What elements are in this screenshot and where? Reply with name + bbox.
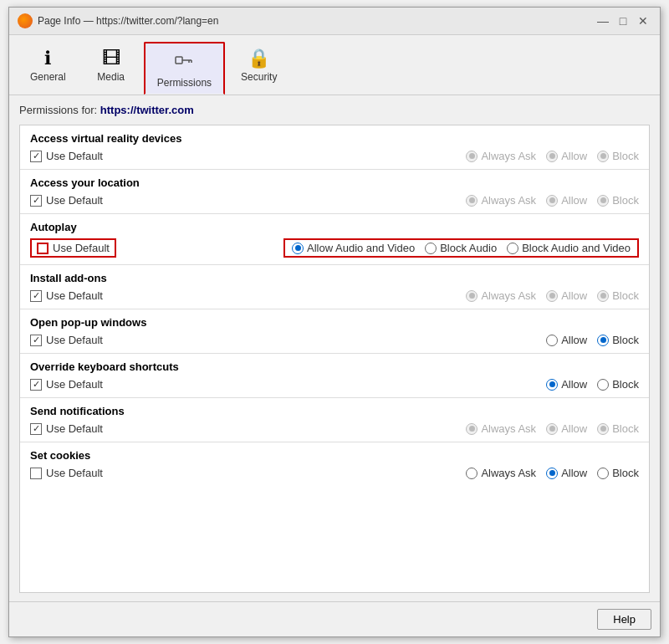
section-notifications-title: Send notifications [30,405,639,417]
section-cookies-title: Set cookies [30,449,639,462]
autoplay-use-default-checkbox[interactable] [37,243,49,254]
autoplay-block-av-option[interactable]: Block Audio and Video [507,242,631,254]
autoplay-options-highlighted: Allow Audio and Video Block Audio Block … [283,238,639,258]
section-addons-title: Install add-ons [30,272,639,284]
section-notifications-row: Use Default Always Ask Allow [30,422,639,435]
cookies-radio-group: Always Ask Allow Block [466,467,639,479]
help-button[interactable]: Help [597,609,651,630]
vr-always-ask-option[interactable]: Always Ask [466,150,536,162]
cookies-block-option[interactable]: Block [597,467,639,479]
cookies-use-default-label[interactable]: Use Default [30,467,103,479]
vr-use-default-text: Use Default [46,150,103,162]
section-autoplay: Autoplay Use Default Allow Audio and Vid… [20,214,649,265]
section-popups-title: Open pop-up windows [30,316,639,329]
section-install-addons: Install add-ons Use Default Always Ask [20,265,649,309]
vr-always-ask-radio[interactable] [466,151,477,162]
content-area: Permissions for: https://twitter.com Acc… [9,95,660,601]
location-always-ask-option[interactable]: Always Ask [466,194,536,207]
tab-security[interactable]: 🔒 Security [228,42,289,95]
permissions-for-bar: Permissions for: https://twitter.com [19,104,650,116]
section-addons-row: Use Default Always Ask Allow [30,289,639,302]
addons-block-option[interactable]: Block [597,289,639,302]
location-allow-radio[interactable] [546,195,558,207]
vr-use-default-checkbox[interactable] [30,151,42,162]
tab-general[interactable]: ℹ General [18,42,79,95]
location-allow-option[interactable]: Allow [546,194,587,207]
addons-use-default-label[interactable]: Use Default [30,289,103,302]
general-icon: ℹ [44,48,51,69]
notifications-use-default-checkbox[interactable] [30,423,42,435]
notifications-use-default-label[interactable]: Use Default [30,422,103,435]
cookies-always-ask-option[interactable]: Always Ask [466,467,536,479]
autoplay-row: Use Default Allow Audio and Video Block … [30,238,639,258]
autoplay-allow-audio-video-option[interactable]: Allow Audio and Video [292,242,415,254]
location-block-radio[interactable] [597,195,609,207]
popups-allow-option[interactable]: Allow [546,334,587,346]
permissions-list[interactable]: Access virtual reality devices Use Defau… [19,125,650,593]
location-always-ask-radio[interactable] [466,195,477,207]
vr-block-radio[interactable] [597,151,609,162]
section-keyboard-title: Override keyboard shortcuts [30,360,639,373]
tab-media[interactable]: 🎞 Media [82,42,140,95]
popups-block-option[interactable]: Block [597,334,639,346]
addons-block-radio[interactable] [597,290,609,302]
restore-button[interactable]: □ [615,13,631,29]
tab-general-label: General [30,71,66,83]
notifications-block-option[interactable]: Block [597,422,639,435]
notifications-block-radio[interactable] [597,423,609,435]
keyboard-allow-radio[interactable] [546,379,558,391]
keyboard-use-default-checkbox[interactable] [30,379,42,391]
footer: Help [9,601,660,636]
autoplay-allow-av-radio[interactable] [292,243,304,254]
keyboard-allow-option[interactable]: Allow [546,378,587,391]
cookies-use-default-checkbox[interactable] [30,468,42,479]
addons-always-ask-radio[interactable] [466,290,477,302]
location-use-default-checkbox[interactable] [30,195,42,207]
section-popups-row: Use Default Allow Block [30,334,639,346]
keyboard-use-default-label[interactable]: Use Default [30,378,103,391]
title-bar-left: Page Info — https://twitter.com/?lang=en [18,13,218,28]
location-use-default-text: Use Default [46,194,103,207]
keyboard-block-option[interactable]: Block [597,378,639,391]
notifications-allow-radio[interactable] [546,423,558,435]
cookies-always-ask-radio[interactable] [466,468,477,479]
location-use-default-label[interactable]: Use Default [30,194,103,207]
popups-allow-radio[interactable] [546,335,558,346]
vr-allow-option[interactable]: Allow [546,150,587,162]
popups-radio-group: Allow Block [546,334,639,346]
autoplay-block-audio-radio[interactable] [425,243,437,254]
notifications-always-ask-radio[interactable] [466,423,477,435]
vr-block-option[interactable]: Block [597,150,639,162]
addons-always-ask-option[interactable]: Always Ask [466,289,536,302]
addons-allow-option[interactable]: Allow [546,289,587,302]
keyboard-block-radio[interactable] [597,379,609,391]
window-title: Page Info — https://twitter.com/?lang=en [38,15,218,27]
section-cookies: Set cookies Use Default Always Ask A [20,442,649,486]
cookies-allow-radio[interactable] [546,468,558,479]
location-radio-group: Always Ask Allow Block [466,194,639,207]
popups-use-default-checkbox[interactable] [30,335,42,346]
section-keyboard-row: Use Default Allow Block [30,378,639,391]
notifications-always-ask-option[interactable]: Always Ask [466,422,536,435]
vr-allow-radio[interactable] [546,151,558,162]
page-info-window: Page Info — https://twitter.com/?lang=en… [8,7,661,637]
notifications-radio-group: Always Ask Allow Block [466,422,639,435]
keyboard-radio-group: Allow Block [546,378,639,391]
addons-allow-radio[interactable] [546,290,558,302]
minimize-button[interactable]: — [595,13,611,29]
autoplay-block-audio-option[interactable]: Block Audio [425,242,497,254]
cookies-block-radio[interactable] [597,468,609,479]
security-icon: 🔒 [248,48,270,69]
location-block-option[interactable]: Block [597,194,639,207]
notifications-allow-option[interactable]: Allow [546,422,587,435]
vr-use-default-label[interactable]: Use Default [30,150,103,162]
addons-use-default-checkbox[interactable] [30,290,42,302]
autoplay-block-av-radio[interactable] [507,243,518,254]
tab-permissions[interactable]: Permissions [144,42,225,95]
close-button[interactable]: ✕ [635,13,651,29]
cookies-allow-option[interactable]: Allow [546,467,587,479]
autoplay-use-default-highlighted[interactable]: Use Default [30,238,116,258]
popups-block-radio[interactable] [597,335,609,346]
popups-use-default-label[interactable]: Use Default [30,334,103,346]
section-autoplay-title: Autoplay [30,221,639,233]
